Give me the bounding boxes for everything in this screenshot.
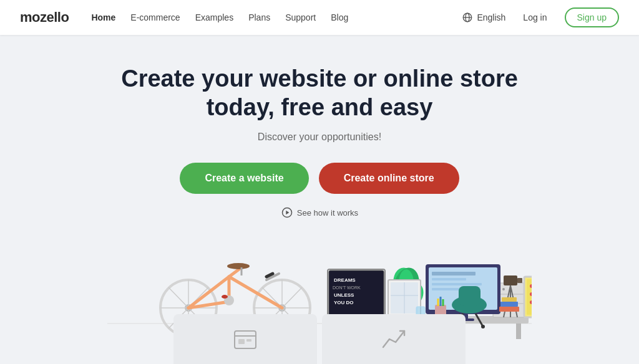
- language-label: English: [477, 12, 505, 22]
- logo[interactable]: mozello: [20, 9, 69, 26]
- hero-section: Create your website or online store toda…: [0, 35, 639, 364]
- svg-rect-96: [235, 331, 256, 348]
- svg-point-67: [481, 325, 485, 328]
- svg-point-28: [222, 295, 228, 299]
- svg-rect-99: [246, 339, 251, 342]
- signup-button[interactable]: Sign up: [565, 7, 619, 27]
- bottom-card-2[interactable]: [322, 314, 466, 364]
- nav-home[interactable]: Home: [91, 12, 115, 22]
- create-website-button[interactable]: Create a website: [180, 163, 308, 194]
- svg-text:YOU DO: YOU DO: [334, 300, 354, 305]
- svg-rect-62: [459, 286, 480, 306]
- bottom-cards: [171, 314, 468, 364]
- svg-rect-93: [499, 307, 519, 312]
- nav-blog[interactable]: Blog: [331, 12, 348, 22]
- svg-point-25: [227, 263, 250, 269]
- svg-rect-68: [504, 275, 517, 285]
- svg-rect-98: [238, 339, 245, 344]
- svg-text:DREAMS: DREAMS: [334, 277, 356, 283]
- login-button[interactable]: Log in: [515, 9, 554, 26]
- navbar: mozello Home E-commerce Examples Plans S…: [0, 0, 639, 35]
- svg-point-50: [502, 288, 505, 290]
- svg-rect-94: [500, 302, 518, 307]
- hero-headline: Create your website or online store toda…: [0, 65, 639, 122]
- svg-rect-57: [432, 283, 482, 285]
- card2-icon: [378, 323, 409, 355]
- nav-links: Home E-commerce Examples Plans Support B…: [91, 12, 462, 22]
- hero-illustration: DREAMS DON'T WORK UNLESS YOU DO: [107, 202, 532, 327]
- bottom-card-1[interactable]: [173, 314, 317, 364]
- card1-icon: [230, 323, 261, 355]
- nav-support[interactable]: Support: [285, 12, 316, 22]
- globe-icon: [462, 12, 473, 23]
- hero-subtitle: Discover your opportunities!: [0, 132, 639, 143]
- svg-text:DON'T WORK: DON'T WORK: [333, 285, 361, 290]
- svg-rect-46: [516, 323, 521, 339]
- language-selector[interactable]: English: [462, 12, 505, 23]
- svg-rect-95: [502, 297, 517, 302]
- nav-right: English Log in Sign up: [462, 7, 619, 27]
- svg-rect-69: [517, 278, 522, 283]
- create-store-button[interactable]: Create online store: [319, 163, 459, 194]
- svg-rect-55: [432, 272, 476, 275]
- nav-plans[interactable]: Plans: [248, 12, 270, 22]
- nav-ecommerce[interactable]: E-commerce: [130, 12, 180, 22]
- svg-text:UNLESS: UNLESS: [334, 292, 354, 298]
- nav-examples[interactable]: Examples: [195, 12, 233, 22]
- hero-buttons: Create a website Create online store: [0, 163, 639, 194]
- svg-rect-56: [432, 278, 466, 280]
